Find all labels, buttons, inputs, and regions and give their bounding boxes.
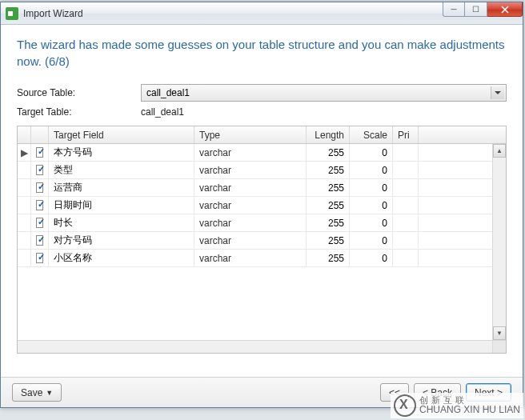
cell-type[interactable]: varchar: [194, 232, 307, 249]
cell-scale[interactable]: 0: [350, 197, 393, 214]
close-button[interactable]: [487, 2, 523, 17]
cell-target-field[interactable]: 对方号码: [49, 232, 194, 249]
row-indicator: [18, 197, 31, 214]
col-length[interactable]: Length: [307, 126, 350, 143]
row-checkbox[interactable]: [31, 232, 49, 249]
cell-primary[interactable]: [393, 179, 419, 196]
cell-primary[interactable]: [393, 162, 419, 178]
grid-body: ▶本方号码varchar2550类型varchar2550运营商varchar2…: [18, 144, 506, 267]
cell-scale[interactable]: 0: [350, 162, 393, 178]
table-row[interactable]: 日期时间varchar2550: [18, 197, 506, 214]
cell-target-field[interactable]: 小区名称: [49, 250, 194, 266]
cell-scale[interactable]: 0: [350, 214, 393, 231]
row-indicator: [18, 250, 31, 266]
row-checkbox[interactable]: [31, 162, 49, 178]
cell-target-field[interactable]: 日期时间: [49, 197, 194, 214]
horizontal-scrollbar[interactable]: [18, 340, 492, 353]
row-indicator: [18, 232, 31, 249]
col-indicator[interactable]: [18, 126, 31, 143]
brand-watermark: 创新互联 CHUANG XIN HU LIAN: [391, 393, 523, 418]
cell-primary[interactable]: [393, 144, 419, 161]
table-row[interactable]: 对方号码varchar2550: [18, 232, 506, 250]
cell-length[interactable]: 255: [307, 214, 350, 231]
fields-grid: Target Field Type Length Scale Pri ▶本方号码…: [17, 126, 507, 354]
col-scale[interactable]: Scale: [350, 126, 393, 143]
cell-type[interactable]: varchar: [194, 214, 307, 231]
cell-type[interactable]: varchar: [194, 162, 307, 178]
col-primary[interactable]: Pri: [393, 126, 419, 143]
checkbox-icon[interactable]: [36, 147, 43, 158]
row-checkbox[interactable]: [31, 179, 49, 196]
checkbox-icon[interactable]: [36, 165, 43, 175]
cell-scale[interactable]: 0: [350, 250, 393, 266]
target-table-value: call_deal1: [141, 106, 184, 118]
cell-length[interactable]: 255: [307, 179, 350, 196]
row-indicator: [18, 162, 31, 178]
row-indicator: [18, 214, 31, 231]
wizard-heading: The wizard has made some guesses on your…: [17, 36, 507, 70]
table-row[interactable]: 时长varchar2550: [18, 214, 506, 232]
table-row[interactable]: ▶本方号码varchar2550: [18, 144, 506, 162]
source-table-row: Source Table: call_deal1: [17, 84, 507, 102]
cell-length[interactable]: 255: [307, 250, 350, 266]
row-checkbox[interactable]: [31, 214, 49, 231]
checkbox-icon[interactable]: [36, 235, 43, 246]
row-checkbox[interactable]: [31, 250, 49, 266]
minimize-button[interactable]: ─: [443, 2, 465, 17]
cell-length[interactable]: 255: [307, 197, 350, 214]
row-checkbox[interactable]: [31, 144, 49, 161]
cell-length[interactable]: 255: [307, 144, 350, 161]
target-table-label: Target Table:: [17, 106, 141, 118]
table-row[interactable]: 小区名称varchar2550: [18, 250, 506, 267]
cell-type[interactable]: varchar: [194, 179, 307, 196]
checkbox-icon[interactable]: [36, 253, 43, 263]
source-table-dropdown[interactable]: call_deal1: [141, 84, 507, 102]
save-button[interactable]: Save▼: [12, 383, 62, 402]
col-target-field[interactable]: Target Field: [49, 126, 194, 143]
row-indicator: ▶: [18, 144, 31, 161]
grid-header: Target Field Type Length Scale Pri: [18, 126, 506, 144]
cell-target-field[interactable]: 运营商: [49, 179, 194, 196]
window-title: Import Wizard: [23, 8, 83, 19]
cell-target-field[interactable]: 时长: [49, 214, 194, 231]
cell-type[interactable]: varchar: [194, 250, 307, 266]
row-checkbox[interactable]: [31, 197, 49, 214]
checkbox-icon[interactable]: [36, 200, 43, 210]
cell-length[interactable]: 255: [307, 162, 350, 178]
cell-primary[interactable]: [393, 197, 419, 214]
cell-target-field[interactable]: 类型: [49, 162, 194, 178]
cell-scale[interactable]: 0: [350, 144, 393, 161]
col-type[interactable]: Type: [194, 126, 307, 143]
scroll-down-icon[interactable]: ▼: [493, 326, 506, 340]
chevron-down-icon: ▼: [46, 389, 53, 397]
checkbox-icon[interactable]: [36, 182, 43, 193]
content-area: The wizard has made some guesses on your…: [1, 25, 523, 354]
col-check[interactable]: [31, 126, 49, 143]
app-icon: [6, 7, 18, 20]
close-icon: [501, 6, 509, 14]
vertical-scrollbar[interactable]: ▲ ▼: [492, 144, 506, 340]
source-table-value: call_deal1: [146, 87, 190, 98]
import-wizard-window: Import Wizard ─ ☐ The wizard has made so…: [0, 2, 523, 408]
cell-target-field[interactable]: 本方号码: [49, 144, 194, 161]
chevron-down-icon[interactable]: [491, 86, 504, 99]
source-table-label: Source Table:: [17, 87, 141, 98]
cell-type[interactable]: varchar: [194, 197, 307, 214]
scroll-up-icon[interactable]: ▲: [493, 144, 506, 158]
cell-scale[interactable]: 0: [350, 179, 393, 196]
cell-length[interactable]: 255: [307, 232, 350, 249]
window-controls: ─ ☐: [443, 2, 523, 17]
cell-scale[interactable]: 0: [350, 232, 393, 249]
scroll-corner: [492, 340, 506, 353]
row-indicator: [18, 179, 31, 196]
checkbox-icon[interactable]: [36, 218, 43, 228]
cell-primary[interactable]: [393, 250, 419, 266]
cell-primary[interactable]: [393, 214, 419, 231]
cell-primary[interactable]: [393, 232, 419, 249]
table-row[interactable]: 运营商varchar2550: [18, 179, 506, 197]
titlebar[interactable]: Import Wizard ─ ☐: [1, 2, 523, 25]
brand-logo-icon: [394, 394, 416, 417]
table-row[interactable]: 类型varchar2550: [18, 162, 506, 179]
maximize-button[interactable]: ☐: [465, 2, 487, 17]
cell-type[interactable]: varchar: [194, 144, 307, 161]
